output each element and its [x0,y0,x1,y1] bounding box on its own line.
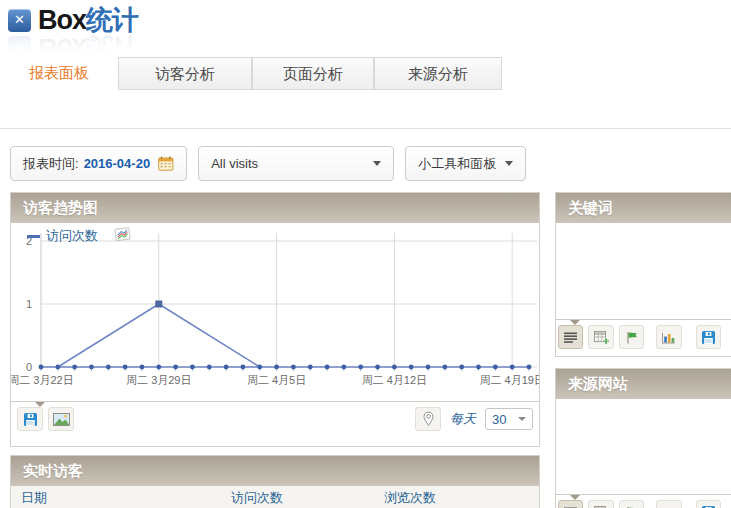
keywords-footer [556,319,731,357]
segment-selector[interactable]: All visits [198,146,394,181]
referrer-websites-title: 来源网站 [556,369,731,399]
bar-chart-icon [661,331,676,344]
referrer-websites-footer [556,494,731,508]
logo-reflection-fade [0,34,240,58]
collapse-handle-icon[interactable] [570,320,580,325]
collapse-handle-icon[interactable] [35,402,45,407]
svg-text:周二 4月5日: 周二 4月5日 [247,374,306,386]
svg-text:周二 3月22日: 周二 3月22日 [11,374,74,386]
keywords-body-empty [556,223,731,319]
caret-down-icon [373,161,381,166]
logo-icon: ✕ [8,9,31,32]
table-view-button[interactable] [558,500,583,508]
image-icon [53,413,70,426]
table-extended-view-button[interactable] [588,325,613,349]
column-header-visits: 访问次数 [231,489,384,507]
export-button[interactable] [696,500,721,508]
referrer-websites-widget: 来源网站 [555,368,731,508]
keywords-title: 关键词 [556,193,731,223]
table-extended-view-button[interactable] [588,500,613,508]
report-date-value: 2016-04-20 [84,156,151,171]
trend-footer-controls: 每天 30 [415,407,533,431]
table-plus-icon [594,331,609,344]
trend-footer: 每天 30 [11,401,539,447]
segment-selector-value: All visits [211,156,258,171]
widgets-menu-label: 小工具和面板 [418,155,496,173]
caret-down-icon [505,161,513,166]
date-selector[interactable]: 报表时间: 2016-04-20 [10,146,187,181]
tab-report-dashboard[interactable]: 报表面板 [0,57,118,90]
header-divider [0,128,731,129]
annotations-button[interactable] [415,407,441,431]
tab-visitor-analysis[interactable]: 访客分析 [118,57,252,90]
chart-legend: 访问次数 [27,227,131,245]
legend-label: 访问次数 [46,227,98,245]
logo-brand-suffix: 统计 [86,5,138,35]
report-toolbar: 报表时间: 2016-04-20 All visits 小工具 [10,146,526,181]
green-flag-icon [626,331,638,344]
table-view-button[interactable] [558,325,583,349]
logo-brand: Box [38,5,86,35]
svg-text:0: 0 [26,361,32,373]
realtime-table-header-row: 日期 访问次数 浏览次数 [11,486,539,508]
svg-text:周二 4月12日: 周二 4月12日 [362,374,427,386]
visitor-trend-widget: 访客趋势图 012周二 3月22日周二 3月29日周二 4月5日周二 4月12日… [10,192,540,447]
logo-x-glyph: ✕ [8,9,31,32]
svg-text:1: 1 [26,298,32,310]
visitor-trend-chart: 012周二 3月22日周二 3月29日周二 4月5日周二 4月12日周二 4月1… [11,223,539,401]
realtime-visitors-widget: 实时访客 日期 访问次数 浏览次数 [10,455,540,508]
logo-text: Box统计 [38,5,138,35]
realtime-visitors-title: 实时访客 [11,456,539,486]
keywords-widget: 关键词 [555,192,731,357]
svg-text:周二 4月19日: 周二 4月19日 [479,374,539,386]
export-image-button[interactable] [48,407,74,431]
column-header-date: 日期 [11,489,231,507]
trend-chart-svg: 012周二 3月22日周二 3月29日周二 4月5日周二 4月12日周二 4月1… [11,223,539,393]
list-icon [564,332,577,343]
row-limit-value: 30 [492,412,506,427]
bar-chart-view-button[interactable] [656,325,681,349]
referrer-websites-body-empty [556,399,731,494]
caret-down-icon [518,417,526,421]
main-tabs: 报表面板 访客分析 页面分析 来源分析 [0,57,502,90]
column-header-pageviews: 浏览次数 [384,489,539,507]
export-data-button[interactable] [17,407,43,431]
app-logo[interactable]: ✕ Box统计 [8,5,138,35]
export-button[interactable] [696,325,721,349]
collapse-handle-icon[interactable] [570,495,580,500]
svg-text:周二 3月29日: 周二 3月29日 [126,374,191,386]
goals-view-button[interactable] [619,500,644,508]
legend-line-swatch [27,235,40,238]
row-limit-select[interactable]: 30 [485,408,533,430]
floppy-disk-icon [702,331,715,344]
bar-chart-view-button[interactable] [656,500,681,508]
tab-referrer-analysis[interactable]: 来源分析 [374,57,502,90]
calendar-icon [158,156,174,171]
map-pin-icon [423,411,434,427]
visitor-trend-title: 访客趋势图 [11,193,539,223]
tab-page-analysis[interactable]: 页面分析 [252,57,374,90]
report-time-label: 报表时间: [23,155,79,173]
metric-picker-icon[interactable] [114,227,131,245]
floppy-disk-icon [24,413,37,426]
goals-view-button[interactable] [619,325,644,349]
page: ✕ Box统计 ✕ Box统计 报表面板 访客分析 页面分析 来源分析 报表时间… [0,0,731,508]
period-daily-link[interactable]: 每天 [450,410,476,428]
widgets-menu-button[interactable]: 小工具和面板 [405,146,526,181]
